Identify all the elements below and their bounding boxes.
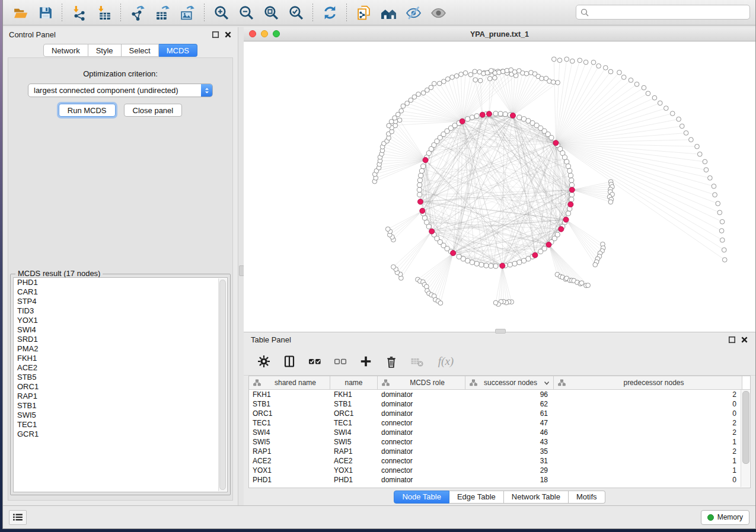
cell-pred[interactable]: 2 (554, 428, 742, 437)
cell-succ[interactable]: 96 (465, 390, 554, 399)
mcds-result-item[interactable]: STB5 (14, 373, 227, 382)
cell-pred[interactable]: 1 (554, 457, 742, 465)
cell-role[interactable]: dominator (378, 390, 465, 399)
float-table-panel-icon[interactable] (728, 336, 736, 344)
add-column-button[interactable] (358, 354, 374, 369)
zoom-in-button[interactable] (210, 2, 232, 23)
table-scrollbar[interactable] (741, 390, 749, 487)
cell-shared[interactable]: TEC1 (249, 419, 330, 427)
table-row[interactable]: PHD1PHD1dominator180 (249, 475, 750, 485)
cell-shared[interactable]: SWI4 (249, 428, 330, 437)
close-panel-icon[interactable] (224, 31, 232, 39)
refresh-view-button[interactable] (318, 2, 341, 23)
cell-name[interactable]: TEC1 (330, 419, 378, 427)
network-graph[interactable] (244, 41, 755, 332)
function-builder-button[interactable]: f(x) (435, 354, 457, 369)
mcds-result-item[interactable]: STP4 (14, 297, 227, 306)
cell-name[interactable]: ORC1 (330, 409, 378, 418)
mcds-result-list[interactable]: PHD1CAR1STP4TID3YOX1SWI4SRD1PMA2FKH1ACE2… (13, 277, 228, 492)
cell-succ[interactable]: 47 (465, 419, 554, 427)
cell-name[interactable]: ACE2 (330, 457, 378, 465)
cell-pred[interactable]: 2 (554, 419, 742, 427)
float-panel-icon[interactable] (212, 31, 219, 39)
cell-role[interactable]: connector (378, 419, 465, 427)
search-field[interactable] (576, 5, 750, 20)
table-row[interactable]: ORC1ORC1dominator610 (249, 409, 750, 418)
table-row[interactable]: SWI5SWI5connector431 (249, 437, 750, 447)
table-row[interactable]: SWI4SWI4dominator462 (249, 428, 750, 437)
export-image-button[interactable] (176, 2, 199, 23)
column-header-name[interactable]: name (330, 376, 378, 389)
tab-network[interactable]: Network (43, 44, 88, 57)
mcds-result-item[interactable]: ACE2 (14, 363, 227, 373)
cell-shared[interactable]: SWI5 (249, 438, 330, 446)
cell-name[interactable]: SWI4 (330, 428, 378, 437)
cell-role[interactable]: dominator (378, 476, 465, 484)
mcds-list-scrollbar[interactable] (218, 278, 227, 491)
cell-pred[interactable]: 0 (554, 476, 742, 484)
import-table-button[interactable] (92, 2, 115, 23)
cell-role[interactable]: dominator (378, 400, 465, 408)
cell-name[interactable]: PHD1 (330, 476, 378, 484)
delete-table-button[interactable] (409, 354, 425, 369)
mcds-result-item[interactable]: GCR1 (14, 430, 227, 439)
table-row[interactable]: STB1STB1dominator620 (249, 399, 750, 409)
cell-name[interactable]: RAP1 (330, 447, 378, 456)
duplicate-network-button[interactable] (352, 2, 375, 23)
cell-name[interactable]: YOX1 (330, 466, 378, 475)
zoom-out-button[interactable] (235, 2, 257, 23)
cell-shared[interactable]: YOX1 (249, 466, 330, 475)
table-row[interactable]: FKH1FKH1dominator962 (249, 390, 750, 399)
hide-selected-button[interactable] (402, 2, 425, 23)
cell-role[interactable]: connector (378, 438, 465, 446)
mcds-result-item[interactable]: ORC1 (14, 382, 227, 392)
mcds-result-item[interactable]: STB1 (14, 401, 227, 411)
mcds-result-item[interactable]: TEC1 (14, 420, 227, 430)
close-panel-button[interactable]: Close panel (124, 104, 183, 117)
close-table-panel-icon[interactable] (741, 336, 748, 344)
cell-succ[interactable]: 46 (465, 428, 554, 437)
cell-shared[interactable]: STB1 (249, 400, 330, 408)
mcds-result-item[interactable]: SWI5 (14, 411, 227, 420)
cell-pred[interactable]: 1 (554, 438, 742, 446)
cell-pred[interactable]: 2 (554, 390, 742, 399)
table-settings-button[interactable] (256, 354, 272, 369)
save-session-button[interactable] (34, 2, 56, 23)
cell-role[interactable]: dominator (378, 409, 465, 418)
search-input[interactable] (592, 6, 749, 19)
cell-succ[interactable]: 35 (465, 447, 554, 456)
mcds-result-item[interactable]: YOX1 (14, 316, 227, 325)
tab-select[interactable]: Select (122, 44, 159, 57)
mcds-result-item[interactable]: TID3 (14, 306, 227, 316)
import-network-button[interactable] (68, 2, 90, 23)
tab-mcds[interactable]: MCDS (159, 44, 197, 57)
mcds-result-item[interactable]: PHD1 (14, 278, 227, 287)
open-file-button[interactable] (9, 2, 31, 23)
tab-node-table[interactable]: Node Table (394, 491, 449, 504)
cell-succ[interactable]: 43 (465, 438, 554, 446)
table-row[interactable]: ACE2ACE2connector311 (249, 456, 750, 466)
column-layout-button[interactable] (282, 354, 297, 369)
column-header-role[interactable]: MCDS role (378, 376, 465, 389)
mcds-result-item[interactable]: RAP1 (14, 392, 227, 401)
cell-shared[interactable]: ORC1 (249, 409, 330, 418)
cell-role[interactable]: dominator (378, 447, 465, 456)
cell-succ[interactable]: 18 (465, 476, 554, 484)
zoom-fit-button[interactable] (260, 2, 282, 23)
export-network-button[interactable] (126, 2, 149, 23)
window-minimize-icon[interactable] (261, 30, 268, 37)
show-all-button[interactable] (427, 2, 449, 23)
zoom-selected-button[interactable] (285, 2, 307, 23)
tab-network-table[interactable]: Network Table (504, 491, 569, 504)
cell-role[interactable]: connector (378, 466, 465, 475)
cell-pred[interactable]: 2 (554, 447, 742, 456)
table-row[interactable]: YOX1YOX1connector291 (249, 466, 750, 475)
cell-pred[interactable]: 1 (554, 466, 742, 475)
table-row[interactable]: RAP1RAP1dominator352 (249, 447, 750, 456)
export-table-button[interactable] (151, 2, 174, 23)
deselect-all-columns-button[interactable] (333, 354, 348, 369)
cell-succ[interactable]: 61 (465, 409, 554, 418)
memory-button[interactable]: Memory (701, 510, 749, 525)
cell-name[interactable]: FKH1 (330, 390, 378, 399)
mcds-result-item[interactable]: CAR1 (14, 287, 227, 297)
